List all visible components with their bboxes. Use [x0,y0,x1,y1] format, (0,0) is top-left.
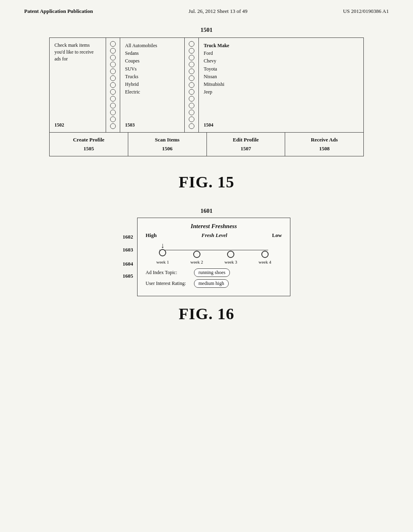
btn-create-profile-number: 1505 [83,145,94,152]
category-suvs: SUVs [125,65,179,73]
radio-2-6[interactable] [189,75,194,81]
fig16-inner-box: Interest Freshness High Fresh Level Low … [137,218,290,296]
fig16-ad-index-label: Ad Index Topic: [146,270,190,276]
fig16-week1-label: week 1 [156,260,169,264]
fig16-radio-week4[interactable] [261,251,269,258]
fig16-radio-week1[interactable] [159,249,166,256]
fig16-user-interest-label: User Interest Rating: [146,281,190,287]
fig15-radio-col2 [185,38,199,132]
radio-2-2[interactable] [189,48,194,54]
radio-1-1[interactable] [110,41,116,47]
radio-2-1[interactable] [189,41,194,47]
patent-header-left: Patent Application Publication [24,8,93,15]
btn-edit-profile-label: Edit Profile [233,137,259,143]
radio-1-11[interactable] [110,110,116,115]
fig16-label-1603: 1603 [123,247,133,253]
radio-2-7[interactable] [189,82,194,88]
fig15-panel1-label: 1502 [54,122,101,128]
radio-1-8[interactable] [110,89,116,95]
fig15-caption: FIG. 15 [24,172,389,191]
fig16-section: 1601 1602 1603 1604 1605 Interest Fr [24,208,389,296]
patent-header: Patent Application Publication Jul. 26, … [24,8,389,15]
btn-create-profile[interactable]: Create Profile 1505 [50,133,128,156]
page: Patent Application Publication Jul. 26, … [0,0,413,532]
fig16-user-interest-row: User Interest Rating: medium high [146,279,282,288]
fig15-categories: All Automobiles Sedans Coupes SUVs Truck… [125,42,179,96]
truck-toyota: Toyota [204,65,359,73]
radio-1-5[interactable] [110,69,116,74]
fig15-panel3: All Automobiles Sedans Coupes SUVs Truck… [120,38,185,132]
radio-1-4[interactable] [110,62,116,67]
fig16-label-1602: 1602 [123,234,133,240]
fresh-level-center: Fresh Level [202,232,227,239]
fig15-radio-col1 [106,38,120,132]
fig15-panel5: Truck Make Ford Chevy Toyota Nissan Mits… [199,38,363,132]
fresh-level-row: High Fresh Level Low [146,232,282,239]
fig15-panel3-label: 1503 [125,122,179,128]
btn-edit-profile[interactable]: Edit Profile 1507 [207,133,286,156]
btn-scan-items-label: Scan Items [155,137,179,143]
btn-scan-items[interactable]: Scan Items 1506 [128,133,207,156]
radio-1-9[interactable] [110,96,116,102]
radio-2-5[interactable] [189,69,194,74]
fig16-week4-radio-group [261,251,269,258]
fresh-level-low: Low [272,232,282,239]
btn-receive-ads-number: 1508 [319,145,330,152]
truck-mitsubishi: Mitsubishi [204,81,359,88]
radio-1-3[interactable] [110,55,116,60]
fig15-panel5-label: 1504 [204,122,359,128]
radio-2-9[interactable] [189,96,194,102]
radio-2-8[interactable] [189,89,194,95]
btn-edit-profile-number: 1507 [240,145,251,152]
patent-header-center: Jul. 26, 2012 Sheet 13 of 49 [189,8,248,15]
radio-1-6[interactable] [110,75,116,81]
fig16-week3-radio-group [227,251,234,258]
radio-1-2[interactable] [110,48,116,54]
fresh-level-high: High [146,232,156,239]
category-electric: Electric [125,88,179,96]
btn-receive-ads[interactable]: Receive Ads 1508 [285,133,363,156]
radio-1-10[interactable] [110,103,116,108]
fig16-week-labels: week 1 week 2 week 3 week 4 [146,260,282,264]
fig16-week2-label: week 2 [190,260,203,264]
fig16-label-1604: 1604 [123,261,133,267]
radio-2-12[interactable] [189,116,194,122]
truck-nissan: Nissan [204,73,359,81]
radio-2-13[interactable] [189,123,194,129]
fig16-ad-index-value: running shoes [194,268,230,277]
interest-freshness-title: Interest Freshness [146,223,282,230]
radio-2-11[interactable] [189,110,194,115]
fig16-radio-row: ↓ [146,242,282,258]
radio-1-13[interactable] [110,123,116,129]
btn-receive-ads-label: Receive Ads [311,137,338,143]
category-trucks: Trucks [125,73,179,81]
fig15-main-content: Check mark items you'd like to receive a… [50,38,363,133]
radio-1-12[interactable] [110,116,116,122]
fig16-week2-radio-group [193,251,200,258]
fig16-top-label: 1601 [200,208,213,214]
fig16-week1-radio-group: ↓ [159,242,166,258]
radio-2-3[interactable] [189,55,194,60]
fig15-panel1-text: Check mark items you'd like to receive a… [54,42,101,62]
patent-header-right: US 2012/0190386 A1 [343,8,389,15]
fig16-wrapper: 1602 1603 1604 1605 Interest Freshness H… [123,218,290,296]
category-hybrid: Hybrid [125,81,179,88]
fig15-outer-box: Check mark items you'd like to receive a… [49,37,364,156]
truck-jeep: Jeep [204,88,359,96]
fig16-week3-label: week 3 [225,260,237,264]
fig16-radio-week2[interactable] [193,251,200,258]
truck-ford: Ford [204,50,359,57]
fig15-truck-list: Truck Make Ford Chevy Toyota Nissan Mits… [204,42,359,96]
fig16-radio-row-container: ↓ [146,242,282,258]
fig16-label-1605: 1605 [123,273,133,279]
radio-2-10[interactable] [189,103,194,108]
fig15-panel1: Check mark items you'd like to receive a… [50,38,106,132]
fig16-ad-index-row: Ad Index Topic: running shoes [146,268,282,277]
fig16-week4-label: week 4 [259,260,271,264]
arrow-down-week1: ↓ [161,242,165,249]
fig16-left-labels: 1602 1603 1604 1605 [123,218,133,282]
fig16-user-interest-value: medium high [194,279,229,288]
radio-1-7[interactable] [110,82,116,88]
fig16-radio-week3[interactable] [227,251,234,258]
radio-2-4[interactable] [189,62,194,67]
